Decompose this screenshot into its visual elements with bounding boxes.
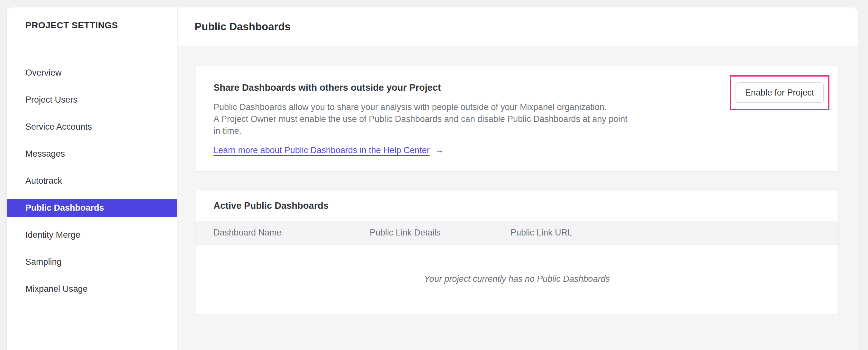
help-center-link-row: Learn more about Public Dashboards in th… — [214, 145, 838, 155]
sidebar-item-label: Autotrack — [25, 176, 62, 186]
empty-state-message: Your project currently has no Public Das… — [195, 244, 838, 313]
sidebar-item-label: Overview — [25, 68, 62, 78]
column-header-public-link-details: Public Link Details — [370, 221, 441, 244]
column-header-dashboard-name: Dashboard Name — [214, 221, 282, 244]
column-header-public-link-url: Public Link URL — [510, 221, 572, 244]
screen: PROJECT SETTINGS Overview Project Users … — [0, 0, 868, 350]
active-dashboards-title: Active Public Dashboards — [195, 191, 838, 221]
annotation-highlight-box: Enable for Project — [730, 75, 830, 110]
sidebar-item-project-users[interactable]: Project Users — [7, 91, 177, 109]
sidebar-item-public-dashboards[interactable]: Public Dashboards — [7, 199, 177, 217]
main-header: Public Dashboards — [178, 7, 858, 46]
active-public-dashboards-card: Active Public Dashboards Dashboard Name … — [195, 190, 839, 314]
settings-page-container: PROJECT SETTINGS Overview Project Users … — [6, 7, 858, 350]
sidebar-item-label: Public Dashboards — [25, 203, 104, 213]
sidebar-item-service-accounts[interactable]: Service Accounts — [7, 118, 177, 136]
sidebar-item-label: Project Users — [25, 95, 78, 105]
enable-for-project-button[interactable]: Enable for Project — [736, 82, 824, 103]
sidebar-item-sampling[interactable]: Sampling — [7, 253, 177, 271]
sidebar-item-label: Messages — [25, 149, 65, 159]
sidebar-title: PROJECT SETTINGS — [25, 20, 118, 31]
sidebar-item-identity-merge[interactable]: Identity Merge — [7, 226, 177, 244]
page-title: Public Dashboards — [194, 21, 290, 33]
dashboards-table-header: Dashboard Name Public Link Details Publi… — [195, 221, 838, 244]
help-center-link[interactable]: Learn more about Public Dashboards in th… — [214, 145, 430, 155]
share-dashboards-card: Share Dashboards with others outside you… — [195, 66, 839, 172]
sidebar-item-overview[interactable]: Overview — [7, 64, 177, 82]
sidebar-item-label: Sampling — [25, 257, 62, 267]
sidebar-item-label: Service Accounts — [25, 122, 92, 132]
sidebar-item-label: Identity Merge — [25, 230, 81, 240]
share-card-description-line: A Project Owner must enable the use of P… — [214, 113, 838, 125]
project-settings-sidebar: PROJECT SETTINGS Overview Project Users … — [7, 7, 178, 350]
sidebar-item-label: Mixpanel Usage — [25, 284, 88, 294]
arrow-right-icon: → — [435, 145, 444, 155]
sidebar-item-mixpanel-usage[interactable]: Mixpanel Usage — [7, 280, 177, 298]
share-card-description-line: in time. — [214, 125, 838, 137]
sidebar-nav: Overview Project Users Service Accounts … — [7, 64, 177, 307]
sidebar-item-messages[interactable]: Messages — [7, 145, 177, 163]
sidebar-item-autotrack[interactable]: Autotrack — [7, 172, 177, 190]
